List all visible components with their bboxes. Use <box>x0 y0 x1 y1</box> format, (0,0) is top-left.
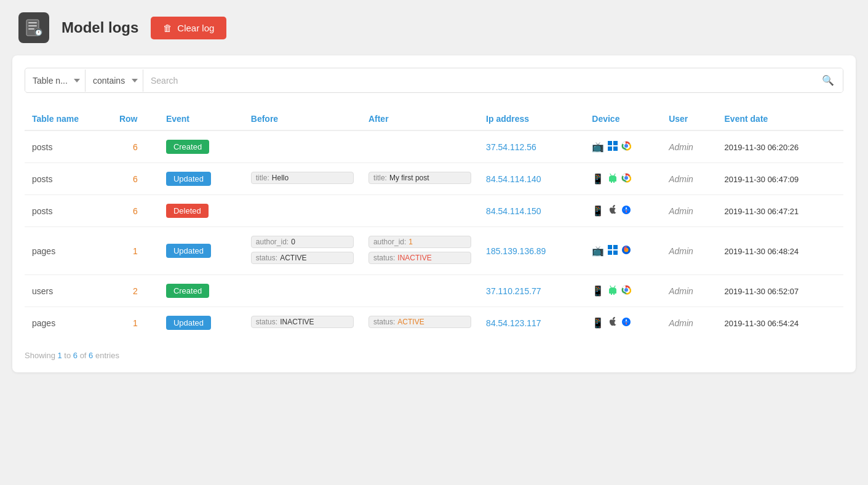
main-card: Table n... contains 🔍 Table name Row Eve… <box>12 55 856 372</box>
cell-event: Updated <box>159 163 244 195</box>
col-ip: Ip address <box>479 108 584 130</box>
safari-compass-icon <box>621 317 631 329</box>
cell-ip: 84.54.114.140 <box>479 163 584 195</box>
cell-row-number: 2 <box>112 275 159 307</box>
chrome-icon <box>621 285 631 297</box>
cell-after <box>361 130 479 163</box>
col-event: Event <box>159 108 244 130</box>
table-row: pages1Updatedstatus: INACTIVEstatus: ACT… <box>25 307 843 339</box>
event-badge: Updated <box>166 244 211 258</box>
cell-user: Admin <box>661 307 717 339</box>
svg-rect-8 <box>608 146 612 151</box>
user-name: Admin <box>669 174 693 184</box>
contains-filter[interactable]: contains <box>86 70 143 92</box>
col-device: Device <box>584 108 661 130</box>
cell-user: Admin <box>661 163 717 195</box>
svg-rect-25 <box>608 251 612 255</box>
user-name: Admin <box>669 286 693 296</box>
event-badge: Created <box>166 140 209 154</box>
cell-table-name: posts <box>25 163 112 195</box>
ip-address: 185.139.136.89 <box>486 246 546 256</box>
svg-point-11 <box>624 144 628 148</box>
svg-rect-7 <box>613 141 618 145</box>
ip-address: 37.54.112.56 <box>486 142 536 152</box>
cell-after <box>361 195 479 227</box>
before-field-tag: status: INACTIVE <box>251 316 354 328</box>
cell-event: Updated <box>159 227 244 275</box>
table-name-filter[interactable]: Table n... <box>25 70 86 92</box>
svg-rect-2 <box>28 25 37 26</box>
cell-device: 📱 <box>584 307 661 339</box>
svg-text:🕐: 🕐 <box>35 29 42 36</box>
event-date: 2019-11-30 06:20:26 <box>725 143 799 152</box>
cell-ip: 84.54.114.150 <box>479 195 584 227</box>
svg-rect-6 <box>608 141 612 145</box>
table-header-row: Table name Row Event Before After Ip add… <box>25 108 843 130</box>
event-badge: Updated <box>166 316 211 330</box>
cell-device: 📺 <box>584 227 661 275</box>
table-row: users2Created37.110.215.77📱Admin2019-11-… <box>25 275 843 307</box>
event-badge: Created <box>166 284 209 298</box>
cell-row-number: 6 <box>112 195 159 227</box>
cell-table-name: pages <box>25 307 112 339</box>
table-row: posts6Deleted84.54.114.150📱Admin2019-11-… <box>25 195 843 227</box>
search-button[interactable]: 🔍 <box>813 68 843 92</box>
svg-rect-3 <box>28 28 34 30</box>
event-date: 2019-11-30 06:47:21 <box>725 207 799 216</box>
cell-user: Admin <box>661 195 717 227</box>
cell-event-date: 2019-11-30 06:47:09 <box>717 163 843 195</box>
cell-event-date: 2019-11-30 06:47:21 <box>717 195 843 227</box>
cell-before: author_id: 0status: ACTIVE <box>244 227 361 275</box>
search-icon: 🔍 <box>822 75 834 86</box>
event-date: 2019-11-30 06:52:07 <box>725 287 799 296</box>
cell-ip: 84.54.123.117 <box>479 307 584 339</box>
cell-before: status: INACTIVE <box>244 307 361 339</box>
col-before: Before <box>244 108 361 130</box>
cell-before <box>244 130 361 163</box>
after-field-tag: author_id: 1 <box>368 236 471 248</box>
event-date: 2019-11-30 06:48:24 <box>725 247 799 256</box>
pagination-info: Showing 1 to 6 of 6 entries <box>25 351 843 360</box>
cell-before <box>244 275 361 307</box>
monitor-icon: 📺 <box>592 245 604 257</box>
android-icon <box>608 285 618 297</box>
chrome-icon <box>621 173 631 185</box>
table-row: pages1Updatedauthor_id: 0status: ACTIVEa… <box>25 227 843 275</box>
col-row: Row <box>112 108 159 130</box>
after-field-tag: title: My first post <box>368 172 471 184</box>
cell-event: Created <box>159 130 244 163</box>
chrome-icon <box>621 141 631 153</box>
cell-device: 📱 <box>584 195 661 227</box>
cell-user: Admin <box>661 130 717 163</box>
cell-event-date: 2019-11-30 06:54:24 <box>717 307 843 339</box>
row-number: 6 <box>133 206 138 216</box>
cell-event-date: 2019-11-30 06:52:07 <box>717 275 843 307</box>
android-icon <box>608 173 618 185</box>
cell-device: 📺 <box>584 130 661 163</box>
cell-event: Deleted <box>159 195 244 227</box>
table-row: posts6Updatedtitle: Hellotitle: My first… <box>25 163 843 195</box>
cell-before <box>244 195 361 227</box>
search-input[interactable] <box>143 70 813 92</box>
row-number: 6 <box>133 142 138 152</box>
svg-point-17 <box>624 176 628 180</box>
safari-icon <box>621 205 631 217</box>
cell-table-name: posts <box>25 195 112 227</box>
event-badge: Updated <box>166 172 211 186</box>
cell-after: title: My first post <box>361 163 479 195</box>
row-number: 1 <box>133 246 138 256</box>
clear-log-button[interactable]: 🗑 Clear log <box>151 17 226 39</box>
cell-before: title: Hello <box>244 163 361 195</box>
page-header: 🕐 Model logs 🗑 Clear log <box>0 0 868 55</box>
svg-line-32 <box>615 286 616 287</box>
cell-ip: 37.54.112.56 <box>479 130 584 163</box>
monitor-icon: 📺 <box>592 141 604 153</box>
cell-event-date: 2019-11-30 06:20:26 <box>717 130 843 163</box>
logs-table: Table name Row Event Before After Ip add… <box>25 108 843 339</box>
row-number: 6 <box>133 174 138 184</box>
event-date: 2019-11-30 06:54:24 <box>725 319 799 328</box>
svg-rect-24 <box>613 245 618 249</box>
cell-user: Admin <box>661 275 717 307</box>
cell-after <box>361 275 479 307</box>
ip-address: 84.54.114.140 <box>486 174 541 184</box>
